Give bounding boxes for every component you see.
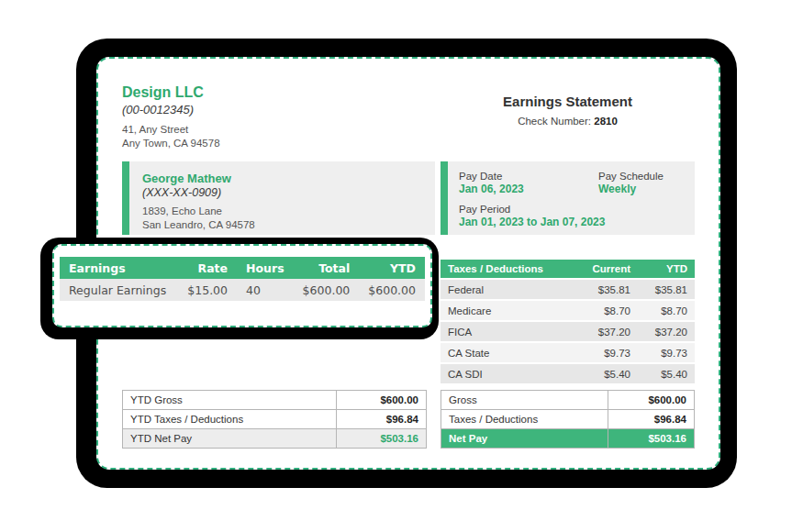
taxes-deductions-table: Taxes / Deductions Current YTD Federal $… [441, 260, 695, 385]
employee-address-line2: San Leandro, CA 94578 [142, 218, 422, 232]
earnings-header-earnings: Earnings [60, 257, 178, 279]
tax-name: Medicare [441, 301, 574, 322]
pay-info-box: Pay Date Jan 06, 2023 Pay Schedule Weekl… [441, 161, 695, 235]
tax-current: $8.70 [574, 301, 638, 322]
pay-date-cell: Pay Date Jan 06, 2023 [459, 171, 598, 195]
table-row: YTD Gross $600.00 [123, 391, 427, 410]
employee-ssn: (XXX-XX-0909) [142, 186, 422, 199]
table-row: Taxes / Deductions $96.84 [441, 410, 695, 429]
check-number-value: 2810 [594, 116, 618, 127]
taxes-header-row: Taxes / Deductions Current YTD [441, 260, 695, 280]
earning-name: Regular Earnings [60, 279, 178, 301]
earnings-header-row: Earnings Rate Hours Total YTD [60, 257, 425, 279]
employee-info-box: George Mathew (XXX-XX-0909) 1839, Echo L… [122, 161, 435, 235]
earnings-header-ytd: YTD [359, 257, 425, 279]
ytd-net-pay-row: YTD Net Pay $503.16 [123, 429, 427, 449]
company-info: Design LLC (00-0012345) 41, Any Street A… [122, 84, 220, 150]
pay-period-label: Pay Period [459, 204, 695, 215]
earning-total: $600.00 [294, 279, 360, 301]
tax-ytd: $9.73 [638, 343, 695, 364]
pay-period-value: Jan 01, 2023 to Jan 07, 2023 [459, 216, 695, 228]
check-number: Check Number: 2810 [441, 116, 695, 127]
summary-value: $503.16 [608, 429, 695, 449]
earnings-header-rate: Rate [178, 257, 237, 279]
tax-ytd: $5.40 [638, 364, 695, 385]
tax-name: CA State [441, 343, 574, 364]
pay-date-value: Jan 06, 2023 [459, 183, 598, 195]
summary-label: YTD Net Pay [123, 429, 337, 449]
company-name: Design LLC [122, 84, 220, 101]
summary-label: Gross [441, 391, 608, 410]
earning-hours: 40 [237, 279, 294, 301]
earnings-header-total: Total [294, 257, 360, 279]
pay-period-cell: Pay Period Jan 01, 2023 to Jan 07, 2023 [459, 204, 695, 228]
table-row: Gross $600.00 [441, 391, 695, 410]
current-summary-table: Gross $600.00 Taxes / Deductions $96.84 … [441, 390, 695, 449]
tax-ytd: $35.81 [638, 280, 695, 301]
table-row: CA SDI $5.40 $5.40 [441, 364, 695, 385]
table-row: FICA $37.20 $37.20 [441, 322, 695, 343]
page-background: Design LLC (00-0012345) 41, Any Street A… [0, 0, 803, 532]
summary-label: YTD Gross [123, 391, 337, 410]
statement-title: Earnings Statement [441, 94, 695, 109]
employee-name: George Mathew [142, 172, 422, 185]
summary-value: $600.00 [608, 391, 695, 410]
table-row: YTD Taxes / Deductions $96.84 [123, 410, 427, 429]
taxes-header-ytd: YTD [638, 260, 695, 280]
table-row: CA State $9.73 $9.73 [441, 343, 695, 364]
tax-ytd: $8.70 [638, 301, 695, 322]
summary-label: Taxes / Deductions [441, 410, 608, 429]
tax-current: $35.81 [574, 280, 638, 301]
tax-current: $9.73 [574, 343, 638, 364]
table-row: Federal $35.81 $35.81 [441, 280, 695, 301]
earning-ytd: $600.00 [359, 279, 425, 301]
summary-value: $600.00 [337, 391, 427, 410]
check-number-label: Check Number: [518, 116, 591, 127]
taxes-header-current: Current [574, 260, 638, 280]
earnings-table-popup[interactable]: Earnings Rate Hours Total YTD Regular Ea… [52, 244, 432, 327]
tax-current: $37.20 [574, 322, 638, 343]
earnings-header-hours: Hours [237, 257, 294, 279]
tax-name: FICA [441, 322, 574, 343]
company-address-line1: 41, Any Street [122, 123, 220, 137]
statement-header: Earnings Statement Check Number: 2810 [441, 94, 695, 127]
pay-schedule-value: Weekly [598, 183, 695, 195]
ytd-summary-table: YTD Gross $600.00 YTD Taxes / Deductions… [122, 390, 427, 449]
summary-label: YTD Taxes / Deductions [123, 410, 337, 429]
tax-name: Federal [441, 280, 574, 301]
summary-label: Net Pay [441, 429, 608, 449]
table-row: Medicare $8.70 $8.70 [441, 301, 695, 322]
tax-name: CA SDI [441, 364, 574, 385]
tax-current: $5.40 [574, 364, 638, 385]
net-pay-row: Net Pay $503.16 [441, 429, 695, 449]
table-row: Regular Earnings $15.00 40 $600.00 $600.… [60, 279, 425, 301]
summary-value: $96.84 [608, 410, 695, 429]
employee-address-line1: 1839, Echo Lane [142, 205, 422, 218]
company-id: (00-0012345) [122, 103, 220, 116]
earnings-table: Earnings Rate Hours Total YTD Regular Ea… [60, 257, 425, 301]
earning-rate: $15.00 [178, 279, 237, 301]
company-address-line2: Any Town, CA 94578 [122, 137, 220, 150]
summary-value: $96.84 [337, 410, 427, 429]
summary-value: $503.16 [337, 429, 427, 449]
pay-schedule-cell: Pay Schedule Weekly [598, 171, 695, 195]
tax-ytd: $37.20 [638, 322, 695, 343]
pay-schedule-label: Pay Schedule [598, 171, 695, 182]
pay-date-label: Pay Date [459, 171, 598, 182]
taxes-header-name: Taxes / Deductions [441, 260, 574, 280]
